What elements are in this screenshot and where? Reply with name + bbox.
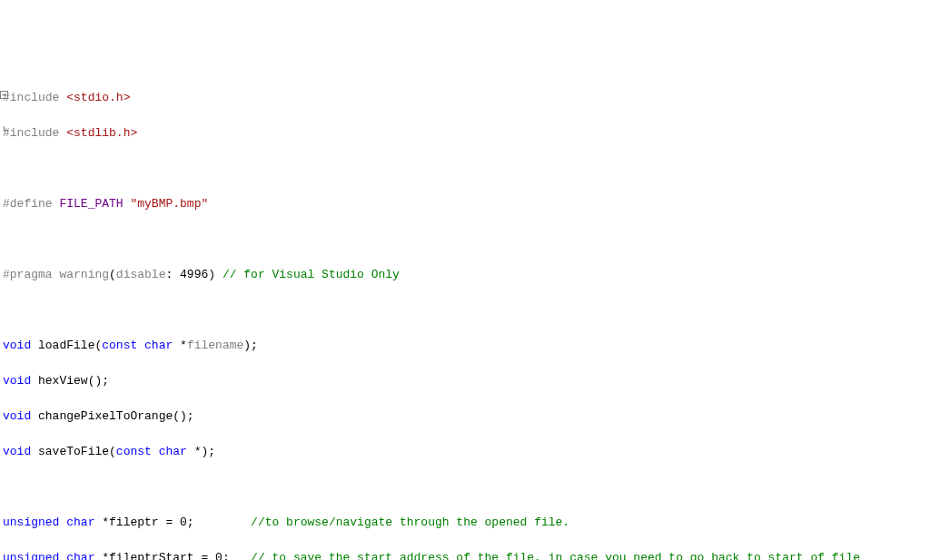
blank-line: [3, 301, 930, 319]
string-literal: "myBMP.bmp": [130, 197, 208, 211]
macro-name: FILE_PATH: [59, 197, 123, 211]
code-line: #include <stdio.h>: [3, 89, 930, 107]
comment: // to save the start address of the file…: [251, 551, 860, 561]
code-line: unsigned char *fileptr = 0; //to browse/…: [3, 514, 930, 532]
include-header: <stdlib.h>: [66, 126, 137, 140]
code-line: void loadFile(const char *filename);: [3, 337, 930, 355]
keyword: unsigned: [3, 551, 59, 561]
fold-minus-icon[interactable]: [0, 91, 8, 99]
keyword: void: [3, 445, 31, 458]
keyword: void: [3, 409, 31, 423]
code-line: #include <stdlib.h>: [3, 124, 930, 142]
code-line: #pragma warning(disable: 4996) // for Vi…: [3, 266, 930, 284]
keyword: void: [3, 339, 31, 352]
code-line: void changePixelToOrange();: [3, 408, 930, 426]
fold-end-icon: [0, 126, 8, 134]
code-line: unsigned char *fileptrStart = 0; // to s…: [3, 549, 930, 561]
comment: //to browse/navigate through the opened …: [251, 516, 569, 529]
keyword: unsigned: [3, 516, 59, 529]
code-line: #define FILE_PATH "myBMP.bmp": [3, 195, 930, 213]
code-line: void hexView();: [3, 372, 930, 390]
comment: // for Visual Studio Only: [223, 268, 400, 281]
blank-line: [3, 160, 930, 178]
code-line: void saveToFile(const char *);: [3, 443, 930, 461]
preprocessor: #pragma: [3, 268, 53, 281]
keyword: void: [3, 374, 31, 388]
blank-line: [3, 231, 930, 249]
preprocessor: #define: [3, 197, 53, 211]
code-editor: #include <stdio.h> #include <stdlib.h> #…: [0, 71, 930, 560]
include-header: <stdio.h>: [66, 91, 130, 104]
preprocessor: #include: [3, 126, 59, 140]
blank-line: [3, 478, 930, 496]
preprocessor: #include: [3, 91, 59, 104]
